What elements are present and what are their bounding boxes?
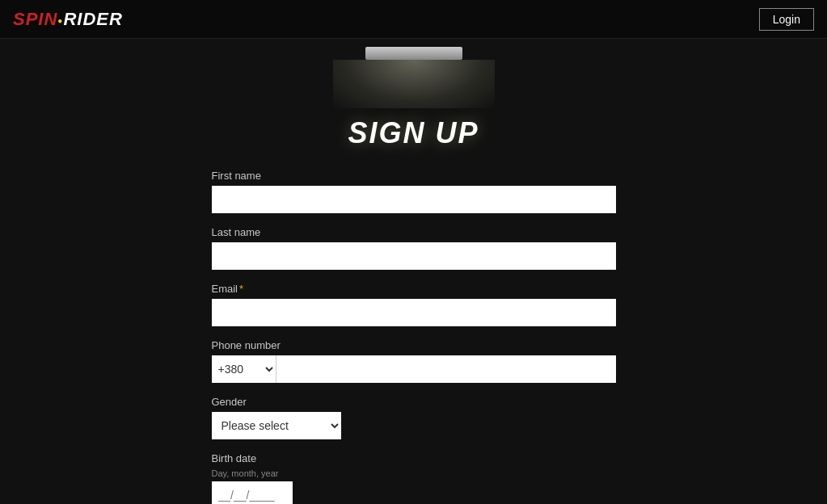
email-required-star: *: [239, 283, 243, 295]
phone-prefix-select[interactable]: +380 +1 +44 +49 +33: [212, 355, 276, 383]
email-input[interactable]: [212, 299, 616, 326]
gender-select[interactable]: Please select Male Female Other: [212, 412, 341, 439]
phone-number-input[interactable]: [276, 355, 616, 383]
birth-date-group: Birth date Day, month, year: [212, 452, 616, 504]
first-name-label: First name: [212, 170, 616, 182]
logo-rider: RIDER: [63, 9, 122, 29]
last-name-label: Last name: [212, 226, 616, 238]
login-button[interactable]: Login: [759, 8, 814, 31]
last-name-group: Last name: [212, 226, 616, 270]
header: SPIN●RIDER Login: [0, 0, 827, 39]
birth-date-input[interactable]: [212, 481, 293, 504]
main-content: SIGN UP First name Last name Email* Phon…: [0, 39, 827, 504]
lamp-container: [212, 47, 616, 108]
logo: SPIN●RIDER: [13, 9, 123, 30]
lamp-glow: [333, 60, 495, 108]
first-name-group: First name: [212, 170, 616, 213]
phone-row: +380 +1 +44 +49 +33: [212, 355, 616, 383]
form-container: SIGN UP First name Last name Email* Phon…: [212, 39, 616, 488]
lamp-bar: [365, 47, 462, 60]
email-label: Email*: [212, 283, 616, 295]
first-name-input[interactable]: [212, 186, 616, 213]
email-label-text: Email: [212, 283, 238, 295]
birth-date-hint: Day, month, year: [212, 468, 616, 478]
email-group: Email*: [212, 283, 616, 326]
phone-group: Phone number +380 +1 +44 +49 +33: [212, 339, 616, 383]
signup-title: SIGN UP: [212, 116, 616, 150]
gender-label: Gender: [212, 396, 616, 408]
phone-label: Phone number: [212, 339, 616, 351]
logo-spin: SPIN: [13, 9, 57, 29]
last-name-input[interactable]: [212, 242, 616, 270]
birth-date-label: Birth date: [212, 452, 616, 464]
gender-group: Gender Please select Male Female Other: [212, 396, 616, 439]
